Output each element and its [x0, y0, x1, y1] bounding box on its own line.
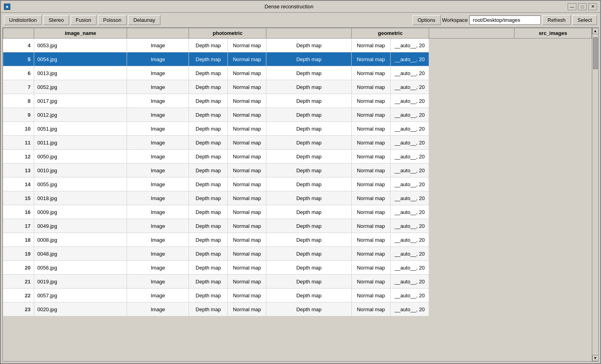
- table-row[interactable]: 170049.jpgImageDepth mapNormal mapDepth …: [3, 219, 592, 233]
- scrollbar-track[interactable]: [593, 34, 598, 355]
- header-photometric-normal: [266, 28, 352, 39]
- table-header-row: image_name photometric geometric src_ima…: [3, 28, 592, 39]
- window-controls: — □ ✕: [568, 3, 597, 10]
- table-row[interactable]: 140055.jpgImageDepth mapNormal mapDepth …: [3, 177, 592, 191]
- header-geometric-normal: [429, 28, 514, 39]
- toolbar: Undistortion Stereo Fusion Poisson Delau…: [1, 13, 600, 27]
- header-geometric[interactable]: geometric: [352, 28, 429, 39]
- scroll-down-button[interactable]: ▼: [592, 355, 599, 361]
- title-bar: ■ Dense reconstruction — □ ✕: [1, 1, 600, 13]
- table-row[interactable]: 80017.jpgImageDepth mapNormal mapDepth m…: [3, 94, 592, 108]
- header-col-image: [127, 28, 189, 39]
- table-row[interactable]: 200056.jpgImageDepth mapNormal mapDepth …: [3, 261, 592, 275]
- delaunay-button[interactable]: Delaunay: [128, 15, 160, 25]
- main-window: ■ Dense reconstruction — □ ✕ Undistortio…: [0, 0, 601, 364]
- data-table: image_name photometric geometric src_ima…: [3, 28, 592, 316]
- workspace-area: Options Workspace root/Desktop/images Re…: [412, 15, 597, 25]
- table-row[interactable]: 110011.jpgImageDepth mapNormal mapDepth …: [3, 136, 592, 150]
- undistortion-button[interactable]: Undistortion: [4, 15, 42, 25]
- table-row[interactable]: 60013.jpgImageDepth mapNormal mapDepth m…: [3, 66, 592, 80]
- options-button[interactable]: Options: [412, 15, 441, 25]
- scrollbar[interactable]: ▲ ▼: [592, 28, 598, 361]
- table-row[interactable]: 90012.jpgImageDepth mapNormal mapDepth m…: [3, 108, 592, 122]
- minimize-button[interactable]: —: [568, 3, 576, 10]
- poisson-button[interactable]: Poisson: [98, 15, 127, 25]
- header-image-name[interactable]: image_name: [34, 28, 127, 39]
- workspace-path: root/Desktop/images: [469, 15, 541, 25]
- table-row[interactable]: 180008.jpgImageDepth mapNormal mapDepth …: [3, 233, 592, 247]
- window-title: Dense reconstruction: [10, 4, 568, 10]
- table-row[interactable]: 210019.jpgImageDepth mapNormal mapDepth …: [3, 275, 592, 289]
- header-num: [3, 28, 34, 39]
- table-row[interactable]: 40053.jpgImageDepth mapNormal mapDepth m…: [3, 39, 592, 52]
- table-row[interactable]: 50054.jpgImageDepth mapNormal mapDepth m…: [3, 52, 592, 66]
- close-button[interactable]: ✕: [588, 3, 597, 10]
- table-row[interactable]: 220057.jpgImageDepth mapNormal mapDepth …: [3, 289, 592, 302]
- table-row[interactable]: 150018.jpgImageDepth mapNormal mapDepth …: [3, 191, 592, 205]
- table-body: 40053.jpgImageDepth mapNormal mapDepth m…: [3, 39, 592, 316]
- table-row[interactable]: 70052.jpgImageDepth mapNormal mapDepth m…: [3, 80, 592, 94]
- scrollbar-thumb[interactable]: [593, 37, 598, 69]
- table-row[interactable]: 190048.jpgImageDepth mapNormal mapDepth …: [3, 247, 592, 261]
- refresh-button[interactable]: Refresh: [542, 15, 571, 25]
- select-button[interactable]: Select: [572, 15, 597, 25]
- stereo-button[interactable]: Stereo: [43, 15, 69, 25]
- table-row[interactable]: 120050.jpgImageDepth mapNormal mapDepth …: [3, 150, 592, 164]
- app-icon: ■: [4, 4, 10, 10]
- table-row[interactable]: 100051.jpgImageDepth mapNormal mapDepth …: [3, 122, 592, 136]
- table-outer: image_name photometric geometric src_ima…: [2, 27, 599, 362]
- table-row[interactable]: 160009.jpgImageDepth mapNormal mapDepth …: [3, 205, 592, 219]
- maximize-button[interactable]: □: [578, 3, 587, 10]
- table-row[interactable]: 230020.jpgImageDepth mapNormal mapDepth …: [3, 302, 592, 316]
- table-row[interactable]: 130010.jpgImageDepth mapNormal mapDepth …: [3, 164, 592, 177]
- header-src-images[interactable]: src_images: [514, 28, 591, 39]
- workspace-label: Workspace: [442, 17, 468, 23]
- fusion-button[interactable]: Fusion: [71, 15, 96, 25]
- table-wrapper[interactable]: image_name photometric geometric src_ima…: [3, 28, 592, 361]
- scroll-up-button[interactable]: ▲: [592, 28, 599, 34]
- header-photometric[interactable]: photometric: [189, 28, 266, 39]
